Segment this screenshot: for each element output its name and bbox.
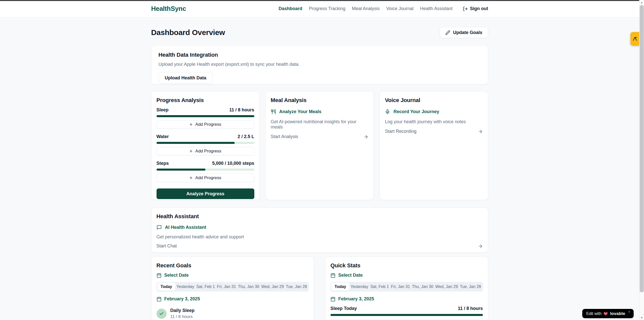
meal-analysis-description: Get AI-powered nutritional insights for …	[271, 119, 369, 130]
progress-analysis-title: Progress Analysis	[157, 97, 254, 104]
update-goals-button[interactable]: Update Goals	[440, 27, 488, 38]
analyze-your-meals-link[interactable]: Analyze Your Meals	[271, 109, 369, 114]
check-icon	[157, 309, 167, 319]
lovable-bolt-icon	[632, 36, 637, 41]
edit-with-lovable-badge[interactable]: Edit with lovable ×	[582, 309, 634, 318]
health-assistant-card: Health Assistant AI Health Assistant Get…	[151, 207, 488, 253]
voice-journal-title: Voice Journal	[385, 97, 483, 104]
date-tab-wed-jan-29[interactable]: Wed, Jan 29	[434, 283, 459, 291]
recent-goals-date-tabs: TodayYesterdaySat, Feb 1Fri, Jan 31Thu, …	[157, 282, 309, 292]
quick-stats-add-progress-button[interactable]: + Add Progress	[330, 319, 483, 320]
date-tab-sat-feb-1[interactable]: Sat, Feb 1	[195, 283, 216, 291]
date-tab-sat-feb-1[interactable]: Sat, Feb 1	[369, 283, 390, 291]
metric-value: 5,000 / 10,000 steps	[212, 161, 254, 166]
sleep-today-progress-bar	[330, 314, 483, 316]
app-logo: HealthSync	[151, 5, 186, 13]
metrics-list: Sleep11 / 8 hours+Add ProgressWater2 / 2…	[157, 107, 254, 182]
date-tab-tue-jan-28[interactable]: Tue, Jan 28	[459, 283, 482, 291]
bottom-row: Recent Goals Select Date TodayYesterdayS…	[151, 257, 488, 320]
start-analysis-action[interactable]: Start Analysis	[271, 134, 369, 139]
sign-out-label: Sign out	[470, 6, 488, 11]
sleep-today-stat: Sleep Today 11 / 8 hours	[330, 306, 483, 311]
lovable-widget-button[interactable]	[630, 32, 639, 46]
arrow-right-icon	[478, 129, 483, 134]
goal-item-daily-sleep: Daily Sleep 11 / 8 hours	[157, 308, 309, 319]
utensils-icon	[271, 109, 276, 114]
date-tab-thu-jan-30[interactable]: Thu, Jan 30	[411, 283, 435, 291]
add-progress-button-steps[interactable]: +Add Progress	[157, 174, 254, 182]
nav-item-dashboard[interactable]: Dashboard	[279, 6, 302, 11]
scrollbar-thumb[interactable]	[640, 5, 644, 292]
metric-label: Sleep	[157, 107, 169, 113]
add-progress-button-sleep[interactable]: +Add Progress	[157, 120, 254, 129]
metric-sleep: Sleep11 / 8 hours+Add Progress	[157, 107, 254, 129]
page-title: Dashboard Overview	[151, 28, 225, 37]
sign-out-button[interactable]: Sign out	[463, 6, 488, 11]
nav-item-meal-analysis[interactable]: Meal Analysis	[352, 6, 380, 11]
metric-label: Water	[157, 134, 169, 139]
meal-analysis-card: Meal Analysis Analyze Your Meals Get AI-…	[265, 91, 374, 200]
date-tab-yesterday[interactable]: Yesterday	[350, 283, 370, 291]
health-assistant-title: Health Assistant	[157, 213, 483, 220]
date-tab-today[interactable]: Today	[331, 283, 350, 291]
date-tab-yesterday[interactable]: Yesterday	[175, 283, 195, 291]
metric-progress-bar	[157, 142, 254, 144]
metric-water: Water2 / 2.5 L+Add Progress	[157, 134, 254, 155]
metric-steps: Steps5,000 / 10,000 steps+Add Progress	[157, 161, 254, 182]
update-goals-label: Update Goals	[453, 30, 482, 35]
metric-progress-bar	[157, 115, 254, 117]
date-tab-today[interactable]: Today	[157, 283, 176, 291]
date-tab-tue-jan-28[interactable]: Tue, Jan 28	[285, 283, 308, 291]
log-out-icon	[463, 6, 468, 11]
close-icon[interactable]: ×	[628, 310, 630, 314]
date-tab-wed-jan-29[interactable]: Wed, Jan 29	[260, 283, 285, 291]
title-row: Dashboard Overview Update Goals	[151, 27, 488, 38]
metric-progress-bar	[157, 169, 254, 171]
quick-stats-card: Quick Stats Select Date TodayYesterdaySa…	[325, 257, 488, 320]
quick-stats-date[interactable]: February 3, 2025	[330, 296, 483, 302]
arrow-right-icon	[478, 244, 483, 249]
start-chat-action[interactable]: Start Chat	[157, 243, 483, 249]
pencil-icon	[445, 30, 450, 35]
metric-label: Steps	[157, 161, 169, 166]
analyze-progress-button[interactable]: Analyze Progress	[157, 188, 254, 199]
start-recording-action[interactable]: Start Recording	[385, 129, 483, 134]
calendar-icon	[157, 273, 162, 278]
feature-row: Progress Analysis Sleep11 / 8 hours+Add …	[151, 91, 488, 200]
health-data-card: Health Data Integration Upload your Appl…	[151, 45, 488, 85]
calendar-icon	[157, 297, 162, 302]
plus-icon: +	[190, 148, 193, 154]
voice-journal-card: Voice Journal Record Your Journey Log yo…	[380, 91, 488, 200]
nav-item-voice-journal[interactable]: Voice Journal	[386, 6, 413, 11]
recent-goals-date[interactable]: February 3, 2025	[157, 296, 309, 302]
upload-health-data-button[interactable]: Upload Health Data	[159, 72, 213, 84]
date-tab-thu-jan-30[interactable]: Thu, Jan 30	[237, 283, 260, 291]
recent-goals-card: Recent Goals Select Date TodayYesterdayS…	[151, 257, 314, 320]
date-tab-fri-jan-31[interactable]: Fri, Jan 31	[216, 283, 237, 291]
calendar-icon	[330, 297, 335, 302]
heart-icon	[603, 311, 608, 316]
metric-value: 11 / 8 hours	[229, 107, 254, 113]
scroll-up-arrow-icon[interactable]: ▲	[639, 0, 644, 5]
add-progress-button-water[interactable]: +Add Progress	[157, 147, 254, 155]
vertical-scrollbar[interactable]: ▲ ▼	[639, 0, 644, 320]
date-tab-fri-jan-31[interactable]: Fri, Jan 31	[390, 283, 411, 291]
nav-item-progress-tracking[interactable]: Progress Tracking	[309, 6, 345, 11]
scroll-down-arrow-icon[interactable]: ▼	[639, 315, 644, 320]
main-content: Dashboard Overview Update Goals Health D…	[151, 27, 488, 320]
nav-item-health-assistant[interactable]: Health Assistant	[420, 6, 452, 11]
app-screen: HealthSync DashboardProgress TrackingMea…	[0, 0, 644, 320]
plus-icon: +	[190, 122, 193, 127]
app-area: HealthSync DashboardProgress TrackingMea…	[0, 0, 639, 320]
record-your-journey-link[interactable]: Record Your Journey	[385, 109, 483, 114]
arrow-right-icon	[363, 134, 369, 139]
message-square-icon	[157, 225, 162, 230]
ai-health-assistant-link[interactable]: AI Health Assistant	[157, 225, 483, 230]
quick-stats-select-date[interactable]: Select Date	[330, 273, 483, 278]
nav-items: DashboardProgress TrackingMeal AnalysisV…	[279, 6, 452, 11]
mic-icon	[385, 109, 390, 114]
recent-goals-title: Recent Goals	[157, 262, 309, 269]
recent-goals-select-date[interactable]: Select Date	[157, 273, 309, 278]
main-nav: DashboardProgress TrackingMeal AnalysisV…	[279, 6, 488, 11]
progress-analysis-card: Progress Analysis Sleep11 / 8 hours+Add …	[151, 91, 260, 200]
